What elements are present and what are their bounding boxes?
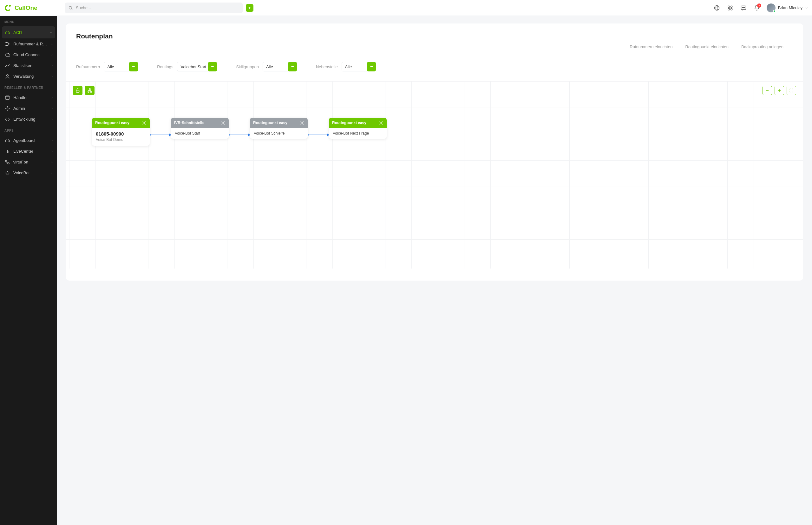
chevron-right-icon: ›: [51, 42, 53, 46]
gear-icon: [4, 105, 10, 111]
svg-point-34: [133, 66, 134, 67]
filter-select-rufnummern[interactable]: Alle: [104, 62, 131, 71]
routing-node[interactable]: Routingpunkt easyVoice-Bot Next Frage: [329, 118, 387, 139]
user-menu[interactable]: Brian Miculcy: [767, 3, 808, 12]
svg-point-13: [742, 7, 743, 8]
chevron-right-icon: ›: [51, 149, 53, 153]
sidebar-item-label: Agentboard: [13, 138, 48, 143]
chevron-right-icon: ›: [51, 160, 53, 164]
node-header: Routingpunkt easy: [329, 118, 387, 128]
phone-icon: [4, 159, 10, 165]
filters: Rufnummern Alle Routings Voicebot Start …: [76, 62, 793, 71]
action-rufnummern-einrichten[interactable]: Rufnummern einrichten: [630, 44, 672, 49]
node-subtitle: Voice-Bot Demo: [96, 137, 146, 142]
sidebar-item-label: LiveCenter: [13, 149, 48, 154]
sidebar-item-cloud-connect[interactable]: Cloud Connect ›: [0, 49, 57, 60]
filter-menu-button[interactable]: [367, 62, 376, 71]
gear-icon[interactable]: [221, 121, 225, 125]
diagram-area: Routingpunkt easy01805-00900Voice-Bot De…: [66, 81, 803, 269]
chevron-right-icon: ›: [51, 74, 53, 78]
svg-rect-48: [90, 91, 92, 92]
chat-icon[interactable]: [740, 4, 747, 12]
fullscreen-button[interactable]: [787, 86, 796, 95]
search-wrap: [65, 2, 243, 13]
store-icon: [4, 94, 10, 100]
svg-point-1: [69, 6, 72, 9]
filter-menu-button[interactable]: [208, 62, 217, 71]
bell-icon[interactable]: 3: [753, 4, 760, 12]
sidebar-item-entwicklung[interactable]: Entwicklung ›: [0, 114, 57, 124]
routing-node[interactable]: IVR-SchnittstelleVoice-Bot Start: [171, 118, 229, 139]
filter-menu-button[interactable]: [129, 62, 138, 71]
code-icon: [4, 116, 10, 122]
route-icon: [4, 41, 10, 47]
filter-label: Nebenstelle: [316, 64, 338, 69]
zoom-out-button[interactable]: [763, 86, 772, 95]
filter-select-nebenstelle[interactable]: Alle: [342, 62, 369, 71]
diagram-canvas[interactable]: Routingpunkt easy01805-00900Voice-Bot De…: [66, 81, 803, 269]
action-backuprouting-anlegen[interactable]: Backuprouting anlegen: [741, 44, 783, 49]
gear-icon[interactable]: [142, 121, 146, 125]
svg-point-37: [212, 66, 213, 67]
sidebar-item-admin[interactable]: Admin ›: [0, 103, 57, 114]
search-input[interactable]: [65, 2, 243, 13]
sidebar-item-livecenter[interactable]: LiveCenter ›: [0, 146, 57, 156]
unlock-button[interactable]: [73, 86, 82, 95]
svg-point-41: [293, 66, 294, 67]
node-title: Voice-Bot Next Frage: [333, 131, 383, 136]
svg-point-33: [132, 66, 132, 67]
page-title: Routenplan: [76, 32, 793, 40]
filter-select-routings[interactable]: Voicebot Start: [177, 62, 210, 71]
sidebar-item-label: ACD: [13, 30, 46, 35]
node-header-label: IVR-Schnittstelle: [174, 121, 204, 125]
filter-nebenstelle: Nebenstelle Alle: [316, 62, 376, 71]
node-header: Routingpunkt easy: [250, 118, 308, 128]
diagram-toolbar-right: [763, 86, 796, 95]
panel: Routenplan Rufnummern einrichten Routing…: [66, 24, 803, 281]
svg-point-21: [6, 74, 8, 76]
bot-icon: [4, 170, 10, 176]
svg-point-54: [302, 122, 303, 123]
globe-icon[interactable]: [713, 4, 720, 12]
filter-label: Skillgruppen: [236, 64, 259, 69]
sidebar-item-haendler[interactable]: Händler ›: [0, 92, 57, 103]
filter-menu-button[interactable]: [288, 62, 297, 71]
sidebar-item-rufnummer-routings[interactable]: Rufnummer & Routings ›: [0, 39, 57, 49]
node-header-label: Routingpunkt easy: [95, 121, 129, 125]
filter-select-skillgruppen[interactable]: Alle: [263, 62, 290, 71]
hierarchy-button[interactable]: [85, 86, 95, 95]
svg-point-20: [8, 44, 9, 44]
sidebar-item-label: Verwaltung: [13, 74, 48, 79]
action-routingpunkt-einrichten[interactable]: Routingpunkt einrichten: [685, 44, 729, 49]
sidebar-item-label: Rufnummer & Routings: [13, 42, 48, 46]
add-button[interactable]: [246, 4, 253, 12]
node-title: Voice-Bot Schleife: [254, 131, 304, 136]
routing-node[interactable]: Routingpunkt easy01805-00900Voice-Bot De…: [92, 118, 150, 146]
node-body: Voice-Bot Start: [171, 128, 229, 139]
sidebar-item-verwaltung[interactable]: Verwaltung ›: [0, 71, 57, 81]
apps-grid-icon[interactable]: [727, 4, 734, 12]
chevron-right-icon: ›: [51, 53, 53, 57]
node-title: 01805-00900: [96, 131, 146, 136]
presence-dot: [773, 10, 776, 13]
sidebar-item-agentboard[interactable]: Agentboard ›: [0, 135, 57, 146]
sidebar-section-menu: MENU: [0, 16, 57, 26]
gear-icon[interactable]: [300, 121, 304, 125]
agent-icon: [4, 137, 10, 143]
sidebar-item-acd[interactable]: ACD: [2, 26, 55, 39]
zoom-in-button[interactable]: [775, 86, 784, 95]
svg-rect-47: [88, 91, 89, 92]
connector: [150, 135, 171, 135]
sidebar-item-virtufon[interactable]: virtuFon ›: [0, 156, 57, 167]
chevron-down-icon: [49, 31, 53, 34]
topbar: CallOne 3: [0, 0, 812, 16]
sidebar-item-statistiken[interactable]: Statistiken ›: [0, 60, 57, 71]
logo[interactable]: CallOne: [4, 4, 57, 12]
svg-point-55: [381, 122, 382, 123]
svg-rect-22: [5, 96, 9, 99]
sidebar-item-label: VoiceBot: [13, 170, 48, 175]
routing-node[interactable]: Routingpunkt easyVoice-Bot Schleife: [250, 118, 308, 139]
gear-icon[interactable]: [379, 121, 384, 125]
sidebar-item-voicebot[interactable]: VoiceBot ›: [0, 167, 57, 178]
connector: [308, 135, 329, 135]
